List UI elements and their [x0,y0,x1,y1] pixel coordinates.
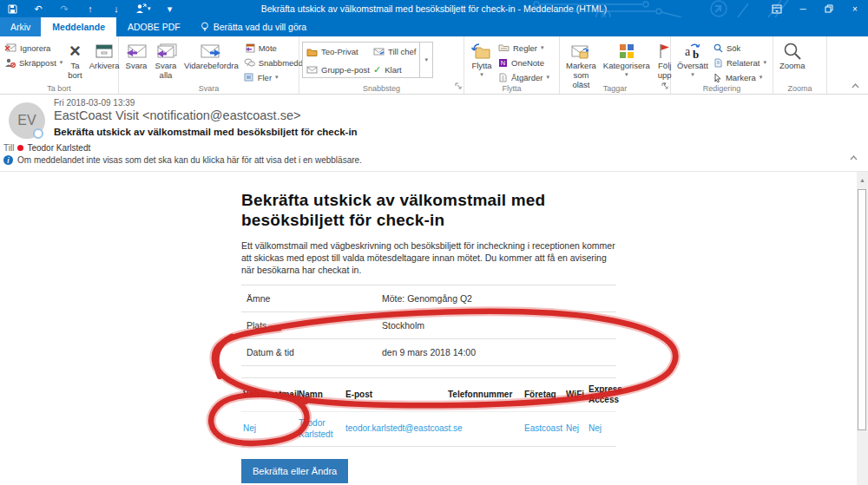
rules-icon [498,43,510,52]
minimize-button[interactable]: ─ [790,0,816,17]
next-item-icon[interactable]: ↓ [109,0,123,17]
categorize-icon [618,43,635,60]
search-icon [713,43,723,53]
reply-button[interactable]: Svara [122,38,151,71]
archive-icon [95,43,114,59]
message-header: EV Fri 2018-03-09 13:39 EastCoast Visit … [0,95,868,172]
onenote-button[interactable]: N OneNote [496,56,551,69]
quickstep-till-chef[interactable]: Till chef [373,43,416,61]
ribbon-display-options-icon[interactable] [764,0,790,17]
save-icon[interactable] [5,0,19,17]
actions-icon [498,73,508,82]
quickstep-klart[interactable]: ✓ Klart [373,61,416,79]
info-icon: i [3,155,13,165]
undo-icon[interactable]: ↶ [31,0,45,17]
group-mail-icon [306,66,318,74]
presence-indicator [33,128,43,139]
customize-qat-icon[interactable]: ▾ [163,0,177,17]
forward-icon [200,43,222,60]
group-redigering: ab Översätt ▾ Sök Relaterat▾ Markera▾ [671,36,773,94]
cell-epost[interactable]: teodor.karlstedt@eastcoast.se [344,412,446,447]
previous-item-icon[interactable]: ↑ [83,0,97,17]
confirm-or-change-button[interactable]: Bekräfta eller Ändra [241,459,348,483]
ribbon-spacer [827,36,868,94]
snabbsteg-dialog-launcher-icon[interactable] [455,77,462,93]
folder-icon [306,48,318,56]
recipient-name[interactable]: Teodor Karlstedt [27,143,90,153]
detail-row-datum: Datum & tid den 9 mars 2018 14:00 [241,338,616,366]
zoom-button[interactable]: Zooma [776,38,809,71]
cell-valkomstmail[interactable]: Nej [241,412,297,447]
ignore-icon [4,43,16,52]
visitor-table-header-row: Välkomstmail Namn E-post Telefonnummer F… [241,378,616,412]
group-zooma: Zooma Zooma [773,36,827,94]
svg-text:a: a [685,45,691,58]
collapse-ribbon-icon[interactable] [852,76,859,92]
group-label-taggar: Taggar [560,84,670,93]
scrollbar-thumb[interactable] [858,189,866,430]
actions-button[interactable]: Åtgärder▾ [496,70,551,84]
reply-icon [125,43,148,60]
busy-status-icon [17,145,23,151]
translate-button[interactable]: ab Översätt ▾ [674,38,712,78]
find-button[interactable]: Sök [712,41,768,55]
delete-icon: × [69,42,81,61]
group-flytta: Flytta ▾ Regler▾ N OneNote Åtgärder▾ Fly… [464,36,560,94]
group-ta-bort: Ignorera Skräppost▾ × Ta bort Arkivera T… [0,36,119,94]
forward-button[interactable]: Vidarebefordra [181,38,242,71]
junk-icon [4,58,16,68]
tab-meddelande[interactable]: Meddelande [41,17,116,36]
svg-text:N: N [501,59,505,67]
detail-row-plats: Plats Stockholm [241,311,616,338]
collapse-header-icon[interactable] [850,148,858,164]
group-label-zooma: Zooma [773,84,826,93]
ignore-button[interactable]: Ignorera [3,41,64,55]
message-sender[interactable]: EastCoast Visit <notification@eastcoast.… [54,108,300,122]
mark-unread-button[interactable]: Markera som oläst [562,38,600,90]
cell-wifi[interactable]: Nej [564,412,587,447]
reply-all-button[interactable]: Svara alla [151,38,181,81]
restore-button[interactable] [816,0,842,17]
scroll-up-icon[interactable]: ▲ [857,177,868,183]
group-taggar: Markera som oläst Kategorisera ▾ Följ up… [560,36,671,94]
ribbon-tabs: Arkiv Meddelande ADOBE PDF Berätta vad d… [0,17,868,36]
visitor-table: Välkomstmail Namn E-post Telefonnummer F… [241,377,616,447]
delete-button[interactable]: × Ta bort [64,38,85,81]
title-bar: ↶ ↷ ↑ ↓ ▾ ▾ Bekräfta utskick av välkomst… [0,0,868,17]
cell-foretag[interactable]: Eastcoast [523,412,564,447]
categorize-button[interactable]: Kategorisera ▾ [600,38,654,78]
cell-namn[interactable]: Teodor Karlstedt [297,412,344,447]
translate-icon: ab [682,43,703,60]
envelope-arrow-icon [373,48,385,56]
quick-steps-more-button[interactable]: ▾ [419,43,432,77]
message-subject: Bekräfta utskick av välkomstmail med bes… [54,127,358,137]
move-button[interactable]: Flytta ▾ [467,38,496,78]
visitor-table-row: Nej Teodor Karlstedt teodor.karlstedt@ea… [241,412,616,447]
vertical-scrollbar[interactable]: ▲ [857,172,868,485]
group-svara: Svara Svara alla Vidarebefordra Möte [119,36,299,94]
taggar-dialog-launcher-icon[interactable] [661,77,668,93]
email-intro: Ett välkomstmail med vägbeskrivning och … [241,239,616,277]
quickstep-teo-privat[interactable]: Teo-Privat [306,43,370,61]
message-body: Bekräfta utskick av välkomstmail med bes… [0,172,857,485]
svg-text:b: b [693,48,699,60]
meeting-icon [244,43,255,53]
select-button[interactable]: Markera▾ [712,70,768,84]
info-banner[interactable]: i Om meddelandet inte visas som det ska … [3,155,362,165]
junk-button[interactable]: Skräppost▾ [3,56,64,69]
related-button[interactable]: Relaterat▾ [712,56,768,69]
cell-express-access[interactable]: Nej [587,412,616,447]
archive-button[interactable]: Arkivera [86,38,123,71]
quickstep-grupp-epost[interactable]: Grupp-e-post [306,61,370,79]
send-receive-icon[interactable]: ▾ [135,0,151,17]
check-icon: ✓ [373,64,381,75]
tab-arkiv[interactable]: Arkiv [0,17,41,36]
tellme-box[interactable]: Berätta vad du vill göra [192,17,315,36]
lightbulb-icon [201,22,209,32]
tab-adobe-pdf[interactable]: ADOBE PDF [116,17,192,36]
onenote-icon: N [498,58,508,68]
rules-button[interactable]: Regler▾ [496,41,551,55]
mark-unread-icon [569,43,592,60]
close-button[interactable]: × [842,0,868,17]
window-controls: ─ × [764,0,868,17]
